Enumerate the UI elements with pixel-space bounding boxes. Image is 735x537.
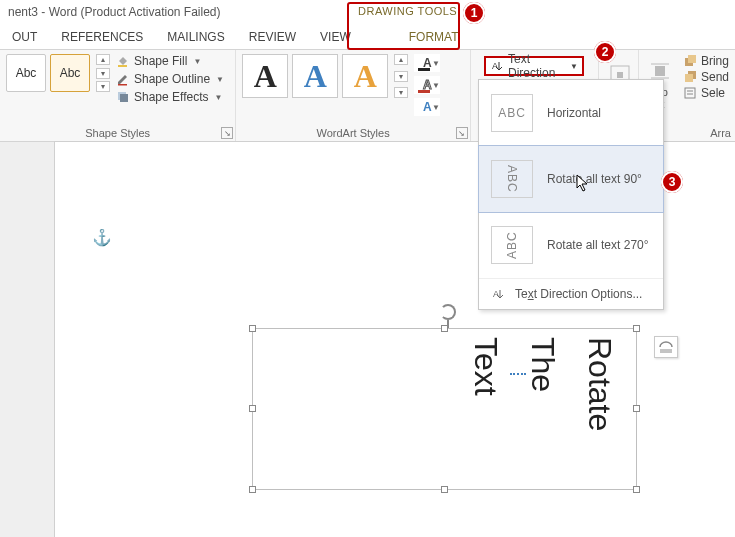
textbox-line-2: The [524, 337, 561, 431]
chevron-down-icon: ▼ [570, 62, 578, 71]
resize-handle[interactable] [249, 405, 256, 412]
layout-options-button[interactable] [654, 336, 678, 358]
dd-item-rotate-90[interactable]: ABC Rotate all text 90° [478, 145, 664, 213]
resize-handle[interactable] [633, 405, 640, 412]
bring-forward-icon [683, 54, 697, 68]
svg-text:A: A [493, 289, 499, 299]
send-backward-label: Send [701, 70, 729, 84]
svg-text:A: A [492, 61, 498, 71]
svg-rect-14 [688, 55, 696, 63]
dd-thumb-rotate-270: ABC [491, 226, 533, 264]
tab-format[interactable]: FORMAT [397, 26, 471, 49]
shape-style-gallery[interactable]: Abc Abc ▴ ▾ ▾ [6, 54, 110, 104]
gallery-more[interactable]: ▾ [96, 81, 110, 92]
chevron-down-icon: ▼ [193, 57, 201, 66]
resize-handle[interactable] [441, 486, 448, 493]
bring-forward-label: Bring [701, 54, 729, 68]
resize-handle[interactable] [633, 325, 640, 332]
dd-label-rotate-90: Rotate all text 90° [547, 172, 642, 186]
shape-style-swatch-2[interactable]: Abc [50, 54, 90, 92]
ribbon-tabs: OUT REFERENCES MAILINGS REVIEW VIEW FORM… [0, 24, 735, 50]
resize-handle[interactable] [249, 325, 256, 332]
send-backward-button[interactable]: Send [683, 70, 729, 84]
text-direction-button[interactable]: A Text Direction ▼ [484, 56, 584, 76]
text-outline-button[interactable]: A▼ [414, 76, 440, 94]
text-box[interactable]: Text The Rotate [252, 328, 637, 490]
textbox-line-3: Text [467, 337, 504, 431]
shape-effects-button[interactable]: Shape Effects ▼ [116, 90, 224, 104]
dd-item-horizontal[interactable]: ABC Horizontal [479, 80, 663, 146]
wordart-swatch-1[interactable]: A [242, 54, 288, 98]
gallery-up[interactable]: ▴ [96, 54, 110, 65]
selection-pane-label: Sele [701, 86, 725, 100]
spelling-squiggle [510, 369, 526, 403]
dd-label-horizontal: Horizontal [547, 106, 601, 120]
callout-badge-3: 3 [661, 171, 683, 193]
gallery-more[interactable]: ▾ [394, 87, 408, 98]
anchor-icon: ⚓ [92, 228, 112, 247]
text-effects-button[interactable]: A▼ [414, 98, 440, 116]
shape-fill-button[interactable]: Shape Fill ▼ [116, 54, 224, 68]
shape-outline-button[interactable]: Shape Outline ▼ [116, 72, 224, 86]
svg-rect-1 [118, 84, 127, 86]
tab-view[interactable]: VIEW [308, 26, 363, 49]
svg-rect-3 [120, 94, 128, 102]
gallery-down[interactable]: ▾ [96, 68, 110, 79]
shape-outline-label: Shape Outline [134, 72, 210, 86]
group-shape-styles: Abc Abc ▴ ▾ ▾ Shape Fill ▼ [0, 50, 236, 141]
dd-thumb-rotate-90: ABC [491, 160, 533, 198]
svg-rect-9 [617, 72, 623, 78]
drawing-tools-label: DRAWING TOOLS [358, 5, 457, 17]
textbox-line-1: Rotate [581, 337, 618, 431]
resize-handle[interactable] [249, 486, 256, 493]
dd-label-options: Text Direction Options... [515, 287, 642, 301]
dd-label-rotate-270: Rotate all text 270° [547, 238, 649, 252]
svg-rect-16 [685, 74, 693, 82]
bring-forward-button[interactable]: Bring [683, 54, 729, 68]
group-arrange: Bring Send Sele Arra [681, 50, 735, 141]
rotate-handle[interactable] [440, 304, 456, 320]
group-label-arrange: Arra [681, 127, 731, 139]
dd-item-options[interactable]: A Text Direction Options... [479, 278, 663, 309]
wordart-swatch-2[interactable]: A [292, 54, 338, 98]
group-label-wordart: WordArt Styles [236, 127, 469, 139]
window-title: nent3 - Word (Product Activation Failed) [8, 5, 221, 19]
tab-mailings[interactable]: MAILINGS [155, 26, 236, 49]
wordart-swatch-3[interactable]: A [342, 54, 388, 98]
gallery-down[interactable]: ▾ [394, 71, 408, 82]
shape-fill-label: Shape Fill [134, 54, 187, 68]
selection-pane-icon [683, 86, 697, 100]
tab-layout[interactable]: OUT [0, 26, 49, 49]
svg-rect-17 [685, 88, 695, 98]
effects-icon [116, 90, 130, 104]
group-label-shape-styles: Shape Styles [0, 127, 235, 139]
tab-review[interactable]: REVIEW [237, 26, 308, 49]
resize-handle[interactable] [441, 325, 448, 332]
resize-handle[interactable] [633, 486, 640, 493]
dialog-launcher-wordart[interactable] [456, 127, 468, 139]
text-fill-button[interactable]: A▼ [414, 54, 440, 72]
send-backward-icon [683, 70, 697, 84]
title-bar: nent3 - Word (Product Activation Failed)… [0, 0, 735, 24]
bucket-icon [116, 54, 130, 68]
tab-references[interactable]: REFERENCES [49, 26, 155, 49]
shape-style-swatch-1[interactable]: Abc [6, 54, 46, 92]
wordart-gallery[interactable]: A A A ▴ ▾ ▾ [242, 54, 408, 116]
text-direction-options-icon: A [491, 287, 505, 301]
selection-pane-button[interactable]: Sele [683, 86, 729, 100]
gallery-up[interactable]: ▴ [394, 54, 408, 65]
dd-item-rotate-270[interactable]: ABC Rotate all text 270° [479, 212, 663, 278]
pencil-icon [116, 72, 130, 86]
group-wordart-styles: A A A ▴ ▾ ▾ A▼ A▼ A▼ WordArt Styles [236, 50, 470, 141]
callout-badge-2: 2 [594, 41, 616, 63]
chevron-down-icon: ▼ [215, 93, 223, 102]
svg-rect-0 [118, 65, 127, 67]
text-direction-label: Text Direction [508, 52, 566, 80]
svg-rect-10 [655, 66, 665, 76]
chevron-down-icon: ▼ [216, 75, 224, 84]
dialog-launcher-shape-styles[interactable] [221, 127, 233, 139]
text-direction-icon: A [490, 59, 504, 73]
callout-badge-1: 1 [463, 2, 485, 24]
dd-thumb-horizontal: ABC [491, 94, 533, 132]
shape-effects-label: Shape Effects [134, 90, 209, 104]
